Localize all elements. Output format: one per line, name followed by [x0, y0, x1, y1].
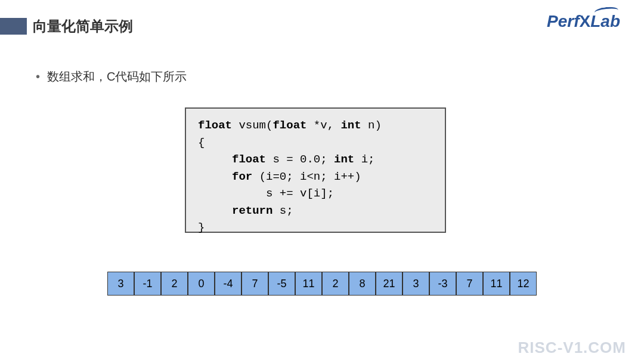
array-cell: -3	[429, 272, 456, 296]
array-cell: 0	[188, 272, 215, 296]
logo-x: X	[580, 12, 591, 31]
code-text	[198, 170, 232, 183]
code-text: s;	[273, 204, 293, 217]
code-text: i;	[354, 153, 374, 166]
code-kw: float	[198, 119, 232, 132]
code-kw: int	[334, 153, 354, 166]
code-kw: float	[232, 153, 266, 166]
code-text: n)	[361, 119, 382, 132]
logo-prefix: Perf	[547, 12, 579, 30]
code-block: float vsum(float *v, int n) { float s = …	[185, 107, 446, 233]
array-cell: -1	[134, 272, 161, 296]
array-cell: 11	[295, 272, 322, 296]
code-text: {	[198, 136, 205, 149]
array-cell: 11	[483, 272, 510, 296]
code-text: *v,	[306, 119, 340, 132]
array-cell: 12	[510, 272, 537, 296]
code-text: s = 0.0;	[266, 153, 334, 166]
array-cell: 3	[107, 272, 134, 296]
array-cell: 2	[322, 272, 349, 296]
header-accent-bar	[0, 18, 27, 35]
description-line: •数组求和，C代码如下所示	[36, 69, 187, 85]
code-text: vsum(	[232, 119, 273, 132]
description-text: 数组求和，C代码如下所示	[47, 70, 187, 83]
code-kw: for	[232, 170, 252, 183]
array-cell: 7	[456, 272, 483, 296]
code-text	[198, 204, 232, 217]
code-kw: float	[273, 119, 306, 132]
array-cell: 3	[402, 272, 429, 296]
code-text: }	[198, 221, 205, 234]
slide-title: 向量化简单示例	[33, 17, 133, 36]
array-cell: 21	[376, 272, 402, 296]
array-cell: -5	[268, 272, 295, 296]
code-kw: int	[340, 119, 361, 132]
array-visualization: 3 -1 2 0 -4 7 -5 11 2 8 21 3 -3 7 11 12	[107, 272, 537, 296]
bullet-icon: •	[36, 70, 40, 83]
code-text: s += v[i];	[198, 187, 334, 200]
array-cell: 8	[349, 272, 376, 296]
array-cell: 2	[161, 272, 188, 296]
code-text	[198, 153, 232, 166]
logo: PerfXLab	[547, 12, 620, 31]
code-text: (i=0; i<n; i++)	[252, 170, 361, 183]
code-kw: return	[232, 204, 273, 217]
array-cell: 7	[242, 272, 268, 296]
watermark-text: RISC-V1.COM	[518, 339, 626, 357]
array-cell: -4	[215, 272, 242, 296]
